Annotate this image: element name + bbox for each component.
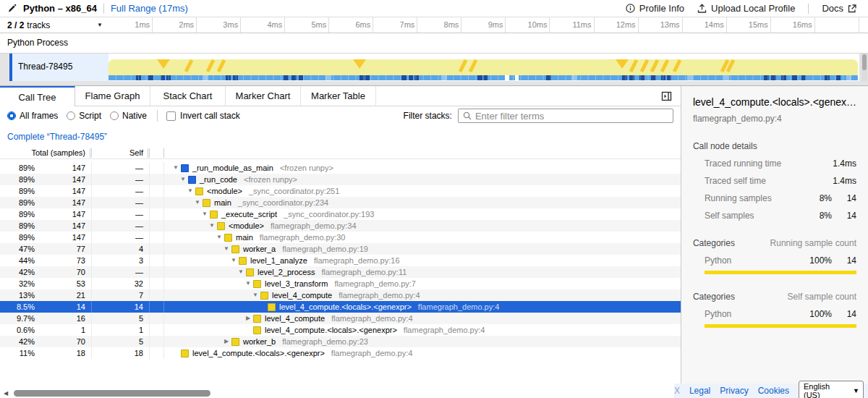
table-row[interactable]: 89%147—▼<module>_sync_coordinator.py:251 (0, 185, 681, 197)
filter-stacks-input[interactable] (475, 111, 668, 122)
twisty-expanded-icon[interactable]: ▼ (171, 162, 181, 174)
footer-link-cookies[interactable]: Cookies (758, 386, 789, 396)
row-total-percent: 89% (0, 197, 38, 208)
table-row[interactable]: 47%774▼worker_aflamegraph_demo.py:19 (0, 243, 681, 255)
language-value: English (US) (804, 382, 837, 398)
language-select[interactable]: English (US) ▼ (799, 381, 864, 398)
time-tick[interactable]: 9ms (461, 17, 506, 33)
twisty-expanded-icon[interactable]: ▼ (243, 278, 253, 289)
tab-flame-graph[interactable]: Flame Graph (75, 86, 150, 106)
time-tick[interactable]: 2ms (153, 17, 197, 33)
radio-native[interactable]: Native (110, 111, 147, 121)
time-tick[interactable]: 11ms (550, 17, 594, 33)
row-total-samples: 147 (38, 208, 90, 220)
column-separator[interactable] (148, 148, 150, 158)
function-location: flamegraph_demo.py:16 (314, 255, 400, 266)
time-tick[interactable]: 16ms (771, 17, 815, 33)
process-track-header[interactable]: Python Process (0, 33, 868, 54)
table-row[interactable]: 89%147—▼<module>flamegraph_demo.py:34 (0, 220, 681, 232)
time-tick[interactable]: 5ms (285, 17, 329, 33)
twisty-collapsed-icon[interactable]: ▶ (221, 336, 231, 347)
upload-profile-button[interactable]: Upload Local Profile (697, 3, 795, 14)
edit-pencil-icon[interactable] (7, 4, 17, 13)
time-tick[interactable]: 1ms (109, 17, 153, 33)
time-tick[interactable]: 15ms (727, 17, 771, 33)
scroll-left-arrow-icon[interactable]: ◀ (0, 390, 12, 397)
time-tick[interactable]: 14ms (683, 17, 727, 33)
tracks-vertical-scrollbar[interactable] (861, 54, 867, 81)
twisty-expanded-icon[interactable]: ▼ (192, 197, 203, 208)
docs-link[interactable]: Docs (822, 3, 856, 14)
time-tick[interactable]: 10ms (506, 17, 550, 33)
tab-marker-table[interactable]: Marker Table (301, 86, 376, 106)
time-tick[interactable]: 12ms (595, 17, 639, 33)
footer-close-link[interactable]: X (674, 386, 680, 396)
footer-link-legal[interactable]: Legal (689, 386, 710, 396)
table-row[interactable]: 42%705▶worker_bflamegraph_demo.py:23 (0, 336, 681, 347)
full-range-link[interactable]: Full Range (17ms) (111, 3, 188, 14)
tab-call-tree[interactable]: Call Tree (0, 86, 75, 106)
time-tick[interactable]: 8ms (417, 17, 461, 33)
time-tick[interactable]: 4ms (241, 17, 285, 33)
table-row[interactable]: 89%147—▼_run_module_as_main<frozen runpy… (0, 162, 681, 174)
row-self-samples: — (92, 162, 148, 174)
twisty-expanded-icon[interactable]: ▼ (229, 255, 239, 266)
open-sidebar-button[interactable] (661, 86, 672, 106)
table-row[interactable]: 89%147—▼mainflamegraph_demo.py:30 (0, 232, 681, 243)
twisty-expanded-icon[interactable]: ▼ (250, 289, 260, 301)
invert-call-stack-checkbox[interactable]: Invert call stack (166, 111, 240, 121)
row-total-samples: 147 (38, 232, 90, 243)
tab-stack-chart[interactable]: Stack Chart (150, 86, 226, 106)
time-tick[interactable]: 6ms (329, 17, 373, 33)
checkbox-box[interactable] (166, 111, 176, 121)
table-row[interactable]: 9.7%165▶level_4_computeflamegraph_demo.p… (0, 313, 681, 324)
tab-marker-chart[interactable]: Marker Chart (226, 86, 301, 106)
column-header-self[interactable]: Self (92, 148, 148, 157)
radio-script[interactable]: Script (67, 111, 101, 121)
twisty-expanded-icon[interactable]: ▼ (214, 232, 224, 243)
twisty-expanded-icon[interactable]: ▼ (178, 174, 188, 185)
row-function-cell: ▼main_sync_coordinator.py:234 (164, 197, 681, 208)
time-tick[interactable]: 3ms (197, 17, 241, 33)
table-row[interactable]: 32%5332▼level_3_transformflamegraph_demo… (0, 278, 681, 289)
time-tick[interactable] (815, 17, 859, 33)
twisty-expanded-icon[interactable]: ▼ (207, 220, 217, 232)
tracks-dropdown[interactable]: 2 / 2 tracks ▼ (0, 17, 109, 33)
thread-track-label[interactable]: Thread-78495 (12, 54, 109, 81)
time-tick[interactable]: 13ms (639, 17, 683, 33)
profile-info-button[interactable]: Profile Info (626, 3, 684, 14)
twisty-expanded-icon[interactable]: ▼ (221, 243, 231, 255)
radio-dot[interactable] (110, 111, 119, 120)
row-function-cell: ▼<module>flamegraph_demo.py:34 (164, 220, 681, 232)
top-header-bar: Python – x86_64 Full Range (17ms) Profil… (0, 0, 868, 17)
twisty-expanded-icon[interactable]: ▼ (200, 208, 210, 220)
table-row[interactable]: 42%70—▼level_2_processflamegraph_demo.py… (0, 266, 681, 278)
table-row[interactable]: 89%147—▼_run_code<frozen runpy> (0, 174, 681, 185)
table-row[interactable]: 8.5%1414level_4_compute.<locals>.<genexp… (0, 301, 681, 313)
tracks-vscrollbar-thumb[interactable] (862, 54, 867, 70)
table-row[interactable]: 44%733▼level_1_analyzeflamegraph_demo.py… (0, 255, 681, 266)
category-color-square (181, 350, 189, 357)
footer-link-privacy[interactable]: Privacy (720, 386, 748, 396)
column-header-total[interactable]: Total (samples) (0, 148, 90, 157)
filter-input-wrap (458, 109, 673, 123)
row-total-percent: 0.6% (0, 324, 38, 336)
breadcrumb-complete-thread[interactable]: Complete “Thread-78495” (7, 132, 107, 142)
time-tick[interactable]: 7ms (373, 17, 417, 33)
table-row[interactable]: 11%1818level_4_compute.<locals>.<genexpr… (0, 347, 681, 359)
table-row[interactable]: 89%147—▼_execute_script_sync_coordinator… (0, 208, 681, 220)
hscrollbar-thumb[interactable] (14, 390, 210, 397)
table-row[interactable]: 13%217▼level_4_computeflamegraph_demo.py… (0, 289, 681, 301)
table-row[interactable]: 0.6%11level_4_compute.<locals>.<genexpr>… (0, 324, 681, 336)
radio-dot[interactable] (67, 111, 75, 120)
twisty-expanded-icon[interactable]: ▼ (185, 185, 195, 197)
profile-name: Python – x86_64 (23, 3, 97, 14)
twisty-expanded-icon[interactable]: ▼ (236, 266, 246, 278)
radio-dot[interactable] (7, 111, 16, 120)
row-total-samples: 77 (38, 243, 90, 255)
row-total-percent: 89% (0, 208, 38, 220)
table-row[interactable]: 89%147—▼main_sync_coordinator.py:234 (0, 197, 681, 208)
radio-all-frames[interactable]: All frames (7, 111, 58, 121)
twisty-collapsed-icon[interactable]: ▶ (243, 313, 253, 324)
thread-activity-graph[interactable] (109, 54, 859, 81)
